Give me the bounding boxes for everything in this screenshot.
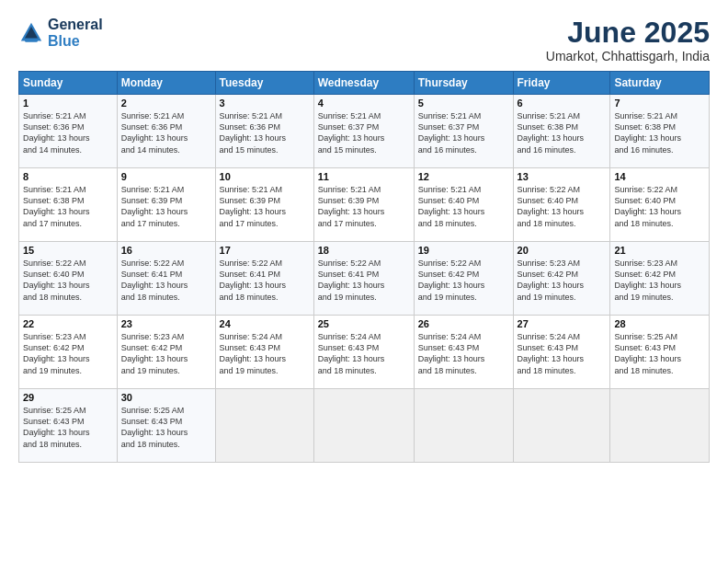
calendar-cell xyxy=(313,389,414,463)
calendar-cell: 5Sunrise: 5:21 AM Sunset: 6:37 PM Daylig… xyxy=(414,95,513,168)
day-number: 7 xyxy=(614,98,705,109)
day-number: 2 xyxy=(121,98,211,109)
logo-icon xyxy=(18,20,44,46)
page: General Blue June 2025 Umarkot, Chhattis… xyxy=(0,0,728,563)
day-number: 17 xyxy=(220,245,310,256)
day-info: Sunrise: 5:21 AM Sunset: 6:36 PM Dayligh… xyxy=(121,110,211,155)
logo: General Blue xyxy=(18,17,103,49)
day-info: Sunrise: 5:22 AM Sunset: 6:41 PM Dayligh… xyxy=(220,258,310,303)
calendar-cell: 15Sunrise: 5:22 AM Sunset: 6:40 PM Dayli… xyxy=(19,242,118,316)
calendar-cell xyxy=(414,389,513,463)
calendar-cell xyxy=(610,389,710,463)
day-number: 4 xyxy=(318,98,410,109)
day-number: 14 xyxy=(614,171,705,182)
day-number: 18 xyxy=(318,245,410,256)
calendar-cell: 26Sunrise: 5:24 AM Sunset: 6:43 PM Dayli… xyxy=(414,316,513,389)
day-number: 13 xyxy=(518,171,607,182)
calendar-header-row: SundayMondayTuesdayWednesdayThursdayFrid… xyxy=(19,72,710,95)
logo-text: General Blue xyxy=(48,17,103,49)
calendar: SundayMondayTuesdayWednesdayThursdayFrid… xyxy=(18,71,710,463)
day-number: 1 xyxy=(23,98,113,109)
calendar-cell: 22Sunrise: 5:23 AM Sunset: 6:42 PM Dayli… xyxy=(19,316,118,389)
day-number: 27 xyxy=(518,318,607,329)
day-info: Sunrise: 5:21 AM Sunset: 6:39 PM Dayligh… xyxy=(318,184,410,229)
day-info: Sunrise: 5:25 AM Sunset: 6:43 PM Dayligh… xyxy=(23,405,113,450)
day-number: 10 xyxy=(220,171,310,182)
calendar-cell: 8Sunrise: 5:21 AM Sunset: 6:38 PM Daylig… xyxy=(19,168,118,242)
day-info: Sunrise: 5:24 AM Sunset: 6:43 PM Dayligh… xyxy=(318,331,410,376)
day-number: 28 xyxy=(614,318,705,329)
svg-rect-2 xyxy=(25,40,38,42)
col-header-monday: Monday xyxy=(117,72,215,95)
calendar-cell: 23Sunrise: 5:23 AM Sunset: 6:42 PM Dayli… xyxy=(117,316,215,389)
title-block: June 2025 Umarkot, Chhattisgarh, India xyxy=(546,17,710,63)
day-info: Sunrise: 5:21 AM Sunset: 6:39 PM Dayligh… xyxy=(121,184,211,229)
day-info: Sunrise: 5:21 AM Sunset: 6:40 PM Dayligh… xyxy=(418,184,509,229)
day-number: 11 xyxy=(318,171,410,182)
day-number: 9 xyxy=(121,171,211,182)
day-info: Sunrise: 5:23 AM Sunset: 6:42 PM Dayligh… xyxy=(518,258,607,303)
day-number: 8 xyxy=(23,171,113,182)
col-header-thursday: Thursday xyxy=(414,72,513,95)
calendar-cell: 6Sunrise: 5:21 AM Sunset: 6:38 PM Daylig… xyxy=(513,95,610,168)
col-header-wednesday: Wednesday xyxy=(313,72,414,95)
day-info: Sunrise: 5:22 AM Sunset: 6:41 PM Dayligh… xyxy=(121,258,211,303)
day-info: Sunrise: 5:22 AM Sunset: 6:42 PM Dayligh… xyxy=(418,258,509,303)
day-info: Sunrise: 5:21 AM Sunset: 6:38 PM Dayligh… xyxy=(614,110,705,155)
calendar-cell: 12Sunrise: 5:21 AM Sunset: 6:40 PM Dayli… xyxy=(414,168,513,242)
day-info: Sunrise: 5:22 AM Sunset: 6:41 PM Dayligh… xyxy=(318,258,410,303)
day-info: Sunrise: 5:25 AM Sunset: 6:43 PM Dayligh… xyxy=(614,331,705,376)
day-number: 21 xyxy=(614,245,705,256)
calendar-cell: 14Sunrise: 5:22 AM Sunset: 6:40 PM Dayli… xyxy=(610,168,710,242)
calendar-cell xyxy=(215,389,313,463)
col-header-saturday: Saturday xyxy=(610,72,710,95)
day-info: Sunrise: 5:22 AM Sunset: 6:40 PM Dayligh… xyxy=(614,184,705,229)
day-number: 30 xyxy=(121,392,211,403)
calendar-week-1: 1Sunrise: 5:21 AM Sunset: 6:36 PM Daylig… xyxy=(19,95,710,168)
day-info: Sunrise: 5:24 AM Sunset: 6:43 PM Dayligh… xyxy=(418,331,509,376)
calendar-cell: 16Sunrise: 5:22 AM Sunset: 6:41 PM Dayli… xyxy=(117,242,215,316)
calendar-cell: 11Sunrise: 5:21 AM Sunset: 6:39 PM Dayli… xyxy=(313,168,414,242)
day-info: Sunrise: 5:21 AM Sunset: 6:38 PM Dayligh… xyxy=(23,184,113,229)
day-info: Sunrise: 5:22 AM Sunset: 6:40 PM Dayligh… xyxy=(518,184,607,229)
col-header-tuesday: Tuesday xyxy=(215,72,313,95)
day-number: 29 xyxy=(23,392,113,403)
day-info: Sunrise: 5:24 AM Sunset: 6:43 PM Dayligh… xyxy=(518,331,607,376)
calendar-cell: 27Sunrise: 5:24 AM Sunset: 6:43 PM Dayli… xyxy=(513,316,610,389)
calendar-week-4: 22Sunrise: 5:23 AM Sunset: 6:42 PM Dayli… xyxy=(19,316,710,389)
day-number: 16 xyxy=(121,245,211,256)
day-info: Sunrise: 5:24 AM Sunset: 6:43 PM Dayligh… xyxy=(220,331,310,376)
col-header-sunday: Sunday xyxy=(19,72,118,95)
calendar-cell: 10Sunrise: 5:21 AM Sunset: 6:39 PM Dayli… xyxy=(215,168,313,242)
subtitle: Umarkot, Chhattisgarh, India xyxy=(546,49,710,63)
calendar-cell: 18Sunrise: 5:22 AM Sunset: 6:41 PM Dayli… xyxy=(313,242,414,316)
calendar-cell xyxy=(513,389,610,463)
day-info: Sunrise: 5:23 AM Sunset: 6:42 PM Dayligh… xyxy=(121,331,211,376)
day-info: Sunrise: 5:23 AM Sunset: 6:42 PM Dayligh… xyxy=(23,331,113,376)
day-info: Sunrise: 5:21 AM Sunset: 6:37 PM Dayligh… xyxy=(418,110,509,155)
calendar-cell: 4Sunrise: 5:21 AM Sunset: 6:37 PM Daylig… xyxy=(313,95,414,168)
day-number: 19 xyxy=(418,245,509,256)
calendar-week-3: 15Sunrise: 5:22 AM Sunset: 6:40 PM Dayli… xyxy=(19,242,710,316)
day-number: 6 xyxy=(518,98,607,109)
calendar-cell: 24Sunrise: 5:24 AM Sunset: 6:43 PM Dayli… xyxy=(215,316,313,389)
day-info: Sunrise: 5:23 AM Sunset: 6:42 PM Dayligh… xyxy=(614,258,705,303)
calendar-week-5: 29Sunrise: 5:25 AM Sunset: 6:43 PM Dayli… xyxy=(19,389,710,463)
day-number: 20 xyxy=(518,245,607,256)
day-info: Sunrise: 5:22 AM Sunset: 6:40 PM Dayligh… xyxy=(23,258,113,303)
day-info: Sunrise: 5:21 AM Sunset: 6:36 PM Dayligh… xyxy=(23,110,113,155)
day-info: Sunrise: 5:21 AM Sunset: 6:38 PM Dayligh… xyxy=(518,110,607,155)
day-number: 24 xyxy=(220,318,310,329)
calendar-cell: 21Sunrise: 5:23 AM Sunset: 6:42 PM Dayli… xyxy=(610,242,710,316)
calendar-cell: 28Sunrise: 5:25 AM Sunset: 6:43 PM Dayli… xyxy=(610,316,710,389)
day-number: 12 xyxy=(418,171,509,182)
calendar-cell: 9Sunrise: 5:21 AM Sunset: 6:39 PM Daylig… xyxy=(117,168,215,242)
calendar-cell: 20Sunrise: 5:23 AM Sunset: 6:42 PM Dayli… xyxy=(513,242,610,316)
main-title: June 2025 xyxy=(546,17,710,49)
calendar-cell: 29Sunrise: 5:25 AM Sunset: 6:43 PM Dayli… xyxy=(19,389,118,463)
day-number: 15 xyxy=(23,245,113,256)
day-number: 26 xyxy=(418,318,509,329)
day-info: Sunrise: 5:21 AM Sunset: 6:39 PM Dayligh… xyxy=(220,184,310,229)
day-number: 25 xyxy=(318,318,410,329)
calendar-cell: 7Sunrise: 5:21 AM Sunset: 6:38 PM Daylig… xyxy=(610,95,710,168)
